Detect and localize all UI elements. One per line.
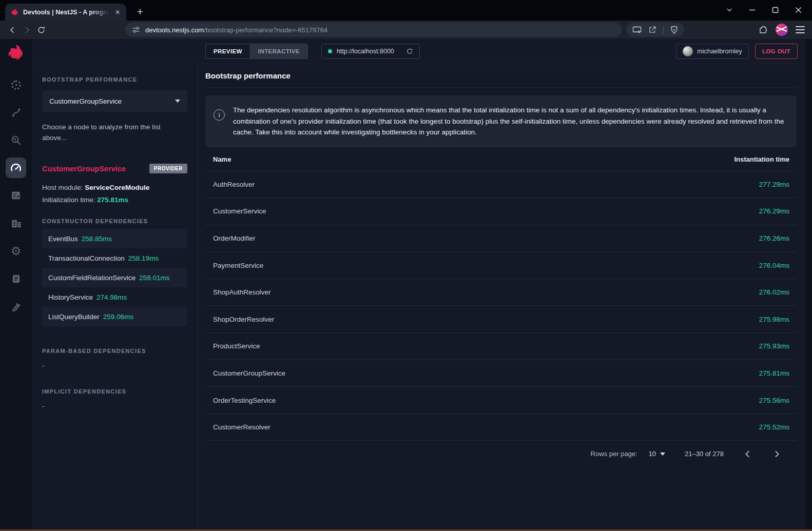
init-time-row: Initialization time: 275.81ms xyxy=(42,196,187,204)
pagination: Rows per page: 10 21–30 of 278 xyxy=(205,440,797,467)
host-module-row: Host module: ServiceCoreModule xyxy=(42,184,187,191)
extensions-icon[interactable] xyxy=(758,25,768,35)
column-instantiation-time: Instantiation time xyxy=(734,155,789,163)
inspector-icon[interactable] xyxy=(6,130,26,150)
info-box: i The dependencies resolution algorithm … xyxy=(205,95,797,147)
previous-page-icon[interactable] xyxy=(741,448,753,460)
tools-icon[interactable] xyxy=(6,296,26,317)
constructor-deps-list: EventBus 258.85ms TransactionalConnectio… xyxy=(42,229,187,326)
dependency-name: CustomFieldRelationService xyxy=(48,274,136,282)
provider-badge: PROVIDER xyxy=(149,164,187,173)
row-name: AuthResolver xyxy=(213,181,255,188)
row-time: 275.56ms xyxy=(759,397,789,404)
dependency-time: 259.06ms xyxy=(103,313,133,321)
chevron-down-icon xyxy=(660,453,665,456)
scrollbar[interactable] xyxy=(806,39,812,531)
row-name: CustomerResolver xyxy=(213,423,270,431)
user-box[interactable]: michaelbromley xyxy=(676,44,749,59)
app-column: PREVIEW INTERACTIVE http://localhost:800… xyxy=(32,39,806,531)
toolbar-actions xyxy=(626,23,684,37)
settings-icon[interactable]: ⚙ xyxy=(6,241,26,261)
nestjs-favicon-icon xyxy=(10,8,19,16)
new-tab-button[interactable]: + xyxy=(132,4,148,19)
brave-shield-icon[interactable] xyxy=(670,26,678,34)
dependency-name: ListQueryBuilder xyxy=(48,313,100,321)
app-header: PREVIEW INTERACTIVE http://localhost:800… xyxy=(32,39,806,64)
logout-button[interactable]: LOG OUT xyxy=(755,44,798,59)
node-select[interactable]: CustomerGroupService xyxy=(42,90,187,112)
info-text: The dependencies resolution algorithm is… xyxy=(233,105,784,138)
browser-tab[interactable]: Devtools | NestJS - A progressive ✕ xyxy=(5,4,126,21)
tab-close-icon[interactable]: ✕ xyxy=(113,8,122,17)
minimize-button[interactable] xyxy=(741,0,764,19)
window-controls xyxy=(718,0,810,19)
info-icon: i xyxy=(214,109,225,121)
url-domain: devtools.nestjs.com xyxy=(145,26,204,34)
table-row[interactable]: ProductService 275.93ms xyxy=(205,332,797,360)
performance-icon[interactable] xyxy=(6,158,26,178)
row-name: ShopOrderResolver xyxy=(213,316,274,323)
modules-icon[interactable] xyxy=(6,213,26,233)
table-row[interactable]: CustomerGroupService 275.81ms xyxy=(205,360,797,387)
target-url-box[interactable]: http://localhost:8000 xyxy=(321,44,420,59)
rows-per-page-select[interactable]: 10 xyxy=(649,450,665,458)
dependency-name: TransactionalConnection xyxy=(48,254,125,262)
dependency-item[interactable]: ListQueryBuilder 259.06ms xyxy=(42,307,187,326)
dependency-item[interactable]: CustomFieldRelationService 259.01ms xyxy=(42,268,187,287)
dependency-item[interactable]: HistoryService 274.98ms xyxy=(42,287,187,307)
row-time: 276.29ms xyxy=(759,207,789,215)
rail-icons: ⚙ xyxy=(6,74,26,317)
row-name: PaymentService xyxy=(213,262,263,269)
table-row[interactable]: OrderModifier 276.26ms xyxy=(205,225,797,252)
menu-icon[interactable] xyxy=(796,26,805,33)
address-bar[interactable]: devtools.nestjs.com/bootstrap-performanc… xyxy=(125,23,622,37)
cast-icon[interactable] xyxy=(632,26,642,34)
reload-icon[interactable] xyxy=(34,23,48,37)
dependency-item[interactable]: TransactionalConnection 258.19ms xyxy=(42,248,187,268)
devtools-app: ⚙ PREVIEW INTERACTIVE http://localhost:8… xyxy=(0,39,812,531)
page-range: 21–30 of 278 xyxy=(685,450,724,458)
row-time: 276.02ms xyxy=(759,288,789,296)
graph-icon[interactable] xyxy=(6,74,26,95)
back-icon[interactable] xyxy=(5,23,20,37)
param-deps-empty: - xyxy=(42,362,187,369)
table-row[interactable]: AuthResolver 277.29ms xyxy=(205,171,797,198)
row-name: ProductService xyxy=(213,342,260,350)
table-row[interactable]: ShopOrderResolver 275.98ms xyxy=(205,305,797,332)
table-row[interactable]: PaymentService 276.04ms xyxy=(205,251,797,279)
tab-search-icon[interactable] xyxy=(718,0,741,19)
username: michaelbromley xyxy=(697,48,742,55)
tab-interactive[interactable]: INTERACTIVE xyxy=(250,44,307,58)
table-row[interactable]: CustomerService 276.29ms xyxy=(205,198,797,225)
forward-icon[interactable] xyxy=(20,23,34,37)
table-row[interactable]: CustomerResolver 275.52ms xyxy=(205,414,797,441)
row-time: 275.98ms xyxy=(759,316,789,323)
row-time: 276.04ms xyxy=(759,262,789,269)
row-name: OrderTestingService xyxy=(213,397,276,404)
profile-avatar[interactable] xyxy=(776,24,788,36)
table-row[interactable]: ShopAuthResolver 276.02ms xyxy=(205,279,797,306)
dependency-time: 258.19ms xyxy=(128,254,159,262)
audits-icon[interactable] xyxy=(6,185,26,206)
table-row[interactable]: OrderTestingService 275.56ms xyxy=(205,386,797,414)
maximize-button[interactable] xyxy=(764,0,787,19)
left-panel: BOOTSTRAP PERFORMANCE CustomerGroupServi… xyxy=(32,64,198,531)
node-name: CustomerGroupService xyxy=(42,165,126,173)
site-settings-icon[interactable] xyxy=(132,26,140,34)
row-time: 276.26ms xyxy=(759,234,789,242)
share-icon[interactable] xyxy=(648,26,656,34)
tab-preview[interactable]: PREVIEW xyxy=(206,44,250,58)
init-time-value: 275.81ms xyxy=(97,196,128,204)
row-name: ShopAuthResolver xyxy=(213,288,271,296)
user-avatar xyxy=(683,46,693,56)
column-name: Name xyxy=(213,155,231,163)
close-button[interactable] xyxy=(787,0,810,19)
page-title: Bootstrap performance xyxy=(205,64,797,88)
refresh-icon[interactable] xyxy=(406,48,413,55)
dependency-item[interactable]: EventBus 258.85ms xyxy=(42,229,187,248)
icon-rail: ⚙ xyxy=(0,39,32,531)
routes-icon[interactable] xyxy=(6,102,26,123)
browser-window: Devtools | NestJS - A progressive ✕ + xyxy=(0,0,812,531)
next-page-icon[interactable] xyxy=(771,448,783,460)
docs-icon[interactable] xyxy=(6,268,26,289)
